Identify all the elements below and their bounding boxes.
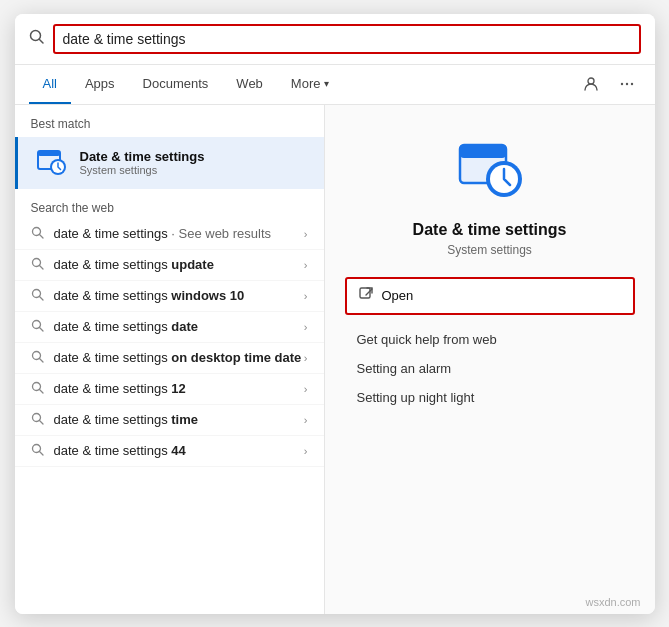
action-link-nightlight[interactable]: Setting up night light [345,383,635,412]
chevron-down-icon: ▾ [324,78,329,89]
action-link-help[interactable]: Get quick help from web [345,325,635,354]
suggestion-text: date & time settings windows 10 [54,288,304,303]
tabs-actions [577,70,641,98]
suggestion-text: date & time settings update [54,257,304,272]
tabs-list: All Apps Documents Web More ▾ [29,65,344,104]
search-icon [31,288,44,304]
list-item[interactable]: date & time settings 44 › [15,436,324,467]
chevron-right-icon: › [304,352,308,364]
svg-line-25 [39,451,43,455]
list-item[interactable]: date & time settings date › [15,312,324,343]
open-label: Open [382,288,414,303]
person-icon[interactable] [577,70,605,98]
best-match-subtitle: System settings [80,164,205,176]
svg-line-13 [39,265,43,269]
search-icon [31,319,44,335]
watermark: wsxdn.com [585,596,640,608]
svg-line-1 [39,40,43,44]
chevron-right-icon: › [304,259,308,271]
suggestion-text: date & time settings 44 [54,443,304,458]
suggestion-text: date & time settings time [54,412,304,427]
app-title: Date & time settings [413,221,567,239]
open-icon [359,287,374,305]
svg-point-4 [625,83,627,85]
list-item[interactable]: date & time settings 12 › [15,374,324,405]
tab-documents[interactable]: Documents [129,65,223,104]
chevron-right-icon: › [304,290,308,302]
chevron-right-icon: › [304,228,308,240]
chevron-right-icon: › [304,414,308,426]
open-button[interactable]: Open [345,277,635,315]
svg-point-2 [588,78,594,84]
left-panel: Best match Date & time settings [15,105,325,614]
svg-line-11 [39,234,43,238]
right-panel: Date & time settings System settings Ope… [325,105,655,614]
svg-rect-7 [38,151,60,156]
search-bar: date & time settings [15,14,655,65]
search-icon [31,226,44,242]
suggestion-text: date & time settings · See web results [54,226,304,241]
svg-line-23 [39,420,43,424]
best-match-label: Best match [15,105,324,137]
tabs-bar: All Apps Documents Web More ▾ [15,65,655,105]
svg-line-17 [39,327,43,331]
list-item[interactable]: date & time settings · See web results › [15,219,324,250]
suggestion-text: date & time settings 12 [54,381,304,396]
list-item[interactable]: date & time settings on desktop time dat… [15,343,324,374]
suggestion-text: date & time settings on desktop time dat… [54,350,304,365]
svg-line-15 [39,296,43,300]
suggestion-text: date & time settings date [54,319,304,334]
best-match-item[interactable]: Date & time settings System settings [15,137,324,189]
best-match-title: Date & time settings [80,149,205,164]
list-item[interactable]: date & time settings time › [15,405,324,436]
search-icon [31,381,44,397]
tab-apps[interactable]: Apps [71,65,129,104]
svg-line-19 [39,358,43,362]
search-web-label: Search the web [15,191,324,219]
search-icon [29,29,45,48]
svg-point-3 [620,83,622,85]
more-options-icon[interactable] [613,70,641,98]
svg-rect-27 [460,145,506,158]
list-item[interactable]: date & time settings windows 10 › [15,281,324,312]
tab-more[interactable]: More ▾ [277,65,344,104]
app-subtitle: System settings [447,243,532,257]
list-item[interactable]: date & time settings update › [15,250,324,281]
search-input[interactable]: date & time settings [53,24,641,54]
tab-all[interactable]: All [29,65,71,104]
tab-web[interactable]: Web [222,65,277,104]
best-match-app-icon [34,145,70,181]
chevron-right-icon: › [304,383,308,395]
search-icon [31,350,44,366]
best-match-text: Date & time settings System settings [80,149,205,176]
search-icon [31,443,44,459]
chevron-right-icon: › [304,321,308,333]
search-icon [31,257,44,273]
svg-line-21 [39,389,43,393]
app-icon-large [454,135,526,207]
svg-point-5 [630,83,632,85]
search-icon [31,412,44,428]
chevron-right-icon: › [304,445,308,457]
action-link-alarm[interactable]: Setting an alarm [345,354,635,383]
main-content: Best match Date & time settings [15,105,655,614]
